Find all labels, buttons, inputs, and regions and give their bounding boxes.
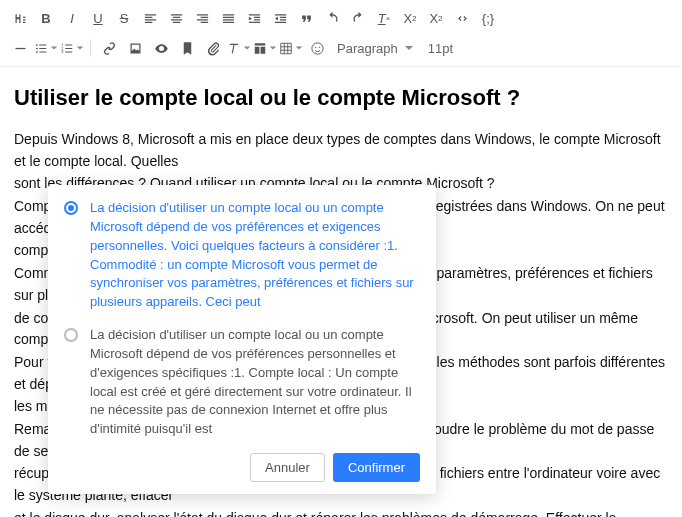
- layout-icon[interactable]: [253, 36, 277, 60]
- table-icon[interactable]: [279, 36, 303, 60]
- suggestion-option-b[interactable]: La décision d'utiliser un compte local o…: [64, 326, 420, 439]
- radio-selected-icon[interactable]: [64, 201, 78, 215]
- fontsize-select[interactable]: 11pt: [422, 39, 459, 58]
- svg-point-6: [311, 42, 322, 53]
- headings-icon[interactable]: [8, 6, 32, 30]
- superscript-icon[interactable]: X2: [424, 6, 448, 30]
- image-icon[interactable]: [123, 36, 147, 60]
- redo-icon[interactable]: [346, 6, 370, 30]
- outdent-icon[interactable]: [268, 6, 292, 30]
- blockquote-icon[interactable]: [294, 6, 318, 30]
- ol-icon[interactable]: 123: [60, 36, 84, 60]
- bookmark-icon[interactable]: [175, 36, 199, 60]
- strikethrough-icon[interactable]: S: [112, 6, 136, 30]
- svg-point-1: [36, 47, 38, 49]
- radio-unselected-icon[interactable]: [64, 328, 78, 342]
- align-justify-icon[interactable]: [216, 6, 240, 30]
- fontsize-label: 11pt: [428, 41, 453, 56]
- align-center-icon[interactable]: [164, 6, 188, 30]
- bold-icon[interactable]: B: [34, 6, 58, 30]
- suggestion-text-a: La décision d'utiliser un compte local o…: [90, 199, 420, 312]
- body-line[interactable]: et le disque dur, analyser l'état du dis…: [14, 508, 668, 517]
- document-title[interactable]: Utiliser le compte local ou le compte Mi…: [14, 85, 668, 111]
- hr-icon[interactable]: [8, 36, 32, 60]
- ai-suggestion-popup: La décision d'utiliser un compte local o…: [48, 185, 436, 494]
- subscript-icon[interactable]: X2: [398, 6, 422, 30]
- emoji-icon[interactable]: [305, 36, 329, 60]
- popup-confirm-button[interactable]: Confirmer: [333, 453, 420, 482]
- italic-icon[interactable]: I: [60, 6, 84, 30]
- body-line[interactable]: Depuis Windows 8, Microsoft a mis en pla…: [14, 129, 668, 172]
- suggestion-option-a[interactable]: La décision d'utiliser un compte local o…: [64, 199, 420, 312]
- svg-point-7: [315, 46, 316, 47]
- link-icon[interactable]: [97, 36, 121, 60]
- code-icon[interactable]: [450, 6, 474, 30]
- undo-icon[interactable]: [320, 6, 344, 30]
- align-right-icon[interactable]: [190, 6, 214, 30]
- editor-content[interactable]: Utiliser le compte local ou le compte Mi…: [0, 67, 682, 517]
- suggestion-text-b: La décision d'utiliser un compte local o…: [90, 326, 420, 439]
- svg-point-8: [318, 46, 319, 47]
- attachment-icon[interactable]: [201, 36, 225, 60]
- paragraph-format-label: Paragraph: [337, 41, 398, 56]
- math-icon[interactable]: [227, 36, 251, 60]
- svg-point-2: [36, 51, 38, 53]
- svg-point-0: [36, 44, 38, 46]
- ul-icon[interactable]: [34, 36, 58, 60]
- preview-icon[interactable]: [149, 36, 173, 60]
- editor-toolbar: B I U S T× X2 X2 {;} 123 Paragraph 11pt: [0, 0, 682, 67]
- clear-format-icon[interactable]: T×: [372, 6, 396, 30]
- underline-icon[interactable]: U: [86, 6, 110, 30]
- codeblock-icon[interactable]: {;}: [476, 6, 500, 30]
- popup-cancel-button[interactable]: Annuler: [250, 453, 325, 482]
- align-left-icon[interactable]: [138, 6, 162, 30]
- indent-icon[interactable]: [242, 6, 266, 30]
- svg-text:3: 3: [61, 49, 64, 54]
- paragraph-format-select[interactable]: Paragraph: [331, 39, 420, 58]
